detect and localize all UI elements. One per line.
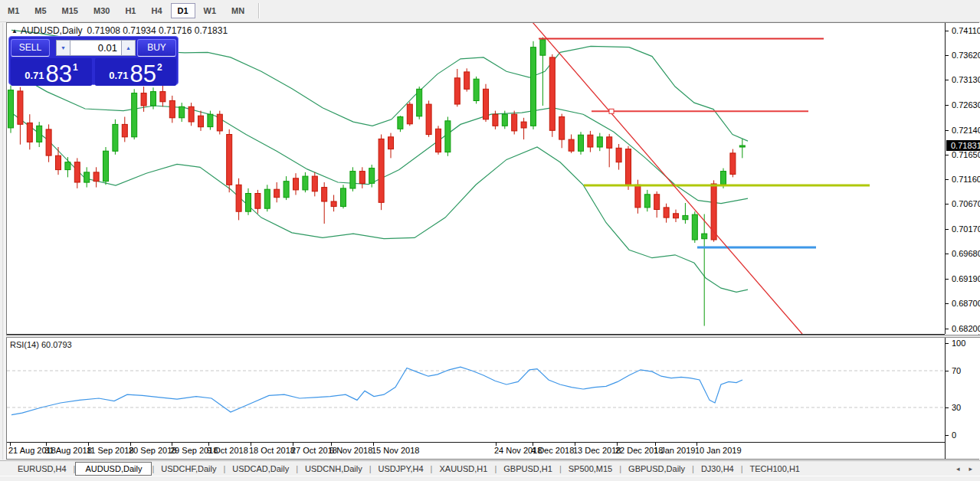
sell-price-base: 0.71 bbox=[25, 70, 44, 81]
chart-tab-audusd-daily[interactable]: AUDUSD,Daily bbox=[75, 462, 152, 476]
status-strip bbox=[0, 476, 980, 481]
candle-body bbox=[331, 201, 336, 207]
date-axis-label: 13 Dec 2018 bbox=[573, 446, 621, 455]
date-axis-label: 10 Jan 2019 bbox=[695, 446, 742, 455]
chart-tab-usdjpy-h4[interactable]: USDJPY,H4 bbox=[372, 463, 431, 475]
descending-trendline-object[interactable] bbox=[533, 23, 802, 334]
candle-body bbox=[236, 185, 241, 211]
chart-tab-eurusd-h4[interactable]: EURUSD,H4 bbox=[11, 463, 74, 475]
trade-panel-controls-row: SELL ▼ 0.01 ▲ BUY bbox=[11, 38, 176, 57]
timeframe-button-m30[interactable]: M30 bbox=[87, 3, 116, 18]
candle-body bbox=[151, 92, 156, 106]
candle-body bbox=[18, 91, 23, 124]
candle-body bbox=[464, 72, 470, 89]
buy-price-display[interactable]: 0.71 85 2 bbox=[95, 58, 176, 86]
chart-tab-bar: EURUSD,H4|AUDUSD,Daily|USDCHF,Daily|USDC… bbox=[0, 460, 980, 476]
current-price-tag: 0.71831 bbox=[946, 140, 980, 151]
candle-body bbox=[141, 93, 146, 106]
chart-title: ▲AUDUSD,Daily0.71908 0.71934 0.71716 0.7… bbox=[11, 25, 228, 36]
candle-body bbox=[607, 137, 612, 149]
collapse-icon[interactable]: ▲ bbox=[11, 28, 18, 34]
candle-body bbox=[312, 176, 317, 191]
date-axis-label: 31 Aug 2018 bbox=[44, 446, 92, 455]
sell-price-big: 83 bbox=[46, 64, 72, 84]
price-axis-label: 0.74110 bbox=[952, 26, 980, 35]
timeframe-button-h1[interactable]: H1 bbox=[118, 3, 143, 18]
candle-body bbox=[683, 215, 688, 219]
price-axis-label: 0.72140 bbox=[952, 126, 980, 135]
candle-body bbox=[674, 214, 679, 218]
candle-body bbox=[284, 182, 289, 198]
price-axis-tick bbox=[946, 31, 949, 31]
rsi-canvas[interactable] bbox=[7, 338, 945, 442]
sell-price-display[interactable]: 0.71 83 1 bbox=[11, 58, 92, 86]
rsi-axis-tick bbox=[946, 371, 949, 371]
price-axis[interactable]: 0.741100.736200.731300.726300.721400.716… bbox=[945, 23, 980, 334]
buy-price-pip: 2 bbox=[157, 62, 162, 73]
candle-body bbox=[644, 195, 650, 208]
candle-body bbox=[217, 114, 222, 131]
candle-body bbox=[359, 172, 365, 184]
chart-tab-list: EURUSD,H4|AUDUSD,Daily|USDCHF,Daily|USDC… bbox=[11, 462, 807, 476]
rsi-axis[interactable]: 10070300 bbox=[945, 338, 980, 443]
rsi-axis-label: 100 bbox=[952, 339, 965, 348]
buy-button[interactable]: BUY bbox=[137, 39, 176, 57]
date-axis[interactable]: 21 Aug 201831 Aug 201811 Sep 201820 Sep … bbox=[7, 443, 945, 459]
candle-body bbox=[521, 122, 526, 128]
candle-body bbox=[454, 78, 460, 104]
candle-body bbox=[93, 172, 99, 182]
candle-body bbox=[692, 214, 697, 240]
candle-body bbox=[654, 195, 660, 210]
chart-tab-usdcnh-daily[interactable]: USDCNH,Daily bbox=[298, 463, 369, 475]
rsi-indicator-panel[interactable]: RSI(14) 60.0793 bbox=[7, 338, 945, 443]
candle-body bbox=[398, 117, 403, 129]
candle-body bbox=[549, 57, 555, 130]
candle-body bbox=[84, 172, 90, 182]
chart-tab-xauusd-h1[interactable]: XAUUSD,H1 bbox=[432, 463, 494, 475]
chart-tab-tech100-h1[interactable]: TECH100,H1 bbox=[743, 463, 807, 475]
candle-body bbox=[198, 116, 204, 127]
price-chart-area[interactable]: ▲AUDUSD,Daily0.71908 0.71934 0.71716 0.7… bbox=[7, 23, 945, 335]
candle-body bbox=[483, 89, 489, 119]
chart-tab-usdchf-daily[interactable]: USDCHF,Daily bbox=[154, 463, 223, 475]
candle-body bbox=[578, 135, 584, 151]
candle-body bbox=[721, 172, 726, 185]
volume-increase-icon[interactable]: ▲ bbox=[122, 40, 136, 56]
timeframe-button-m1[interactable]: M1 bbox=[1, 3, 26, 18]
candle-body bbox=[540, 40, 546, 55]
timeframe-button-mn[interactable]: MN bbox=[225, 3, 251, 18]
chart-tab-gbpusd-h1[interactable]: GBPUSD,H1 bbox=[497, 463, 559, 475]
timeframe-button-w1[interactable]: W1 bbox=[197, 3, 224, 18]
tab-scroll-right-icon[interactable]: ▸ bbox=[969, 465, 972, 473]
chart-tab-gbpusd-daily[interactable]: GBPUSD,Daily bbox=[621, 463, 692, 475]
date-axis-label: 4 Dec 2018 bbox=[531, 446, 574, 455]
price-axis-label: 0.68200 bbox=[952, 324, 980, 333]
candle-body bbox=[502, 114, 507, 126]
tab-scroll-left-icon[interactable]: ◂ bbox=[956, 465, 960, 473]
buy-price-big: 85 bbox=[130, 64, 156, 84]
trade-panel-prices-row: 0.71 83 1 0.71 85 2 bbox=[11, 58, 176, 86]
timeframe-button-d1[interactable]: D1 bbox=[171, 3, 195, 18]
date-axis-label: 15 Nov 2018 bbox=[372, 446, 419, 455]
volume-input[interactable]: 0.01 bbox=[70, 40, 122, 56]
chart-tab-sp500-m15[interactable]: SP500,M15 bbox=[562, 463, 619, 475]
candle-body bbox=[388, 137, 394, 149]
timeframe-button-m15[interactable]: M15 bbox=[55, 3, 85, 18]
candle-body bbox=[531, 47, 536, 126]
trendline-handle[interactable] bbox=[609, 109, 614, 113]
chart-tab-dj30-h4[interactable]: DJ30,H4 bbox=[694, 463, 741, 475]
chart-tab-usdcad-daily[interactable]: USDCAD,Daily bbox=[225, 463, 296, 475]
timeframe-button-h4[interactable]: H4 bbox=[144, 3, 169, 18]
rsi-axis-tick bbox=[946, 435, 949, 436]
candle-body bbox=[37, 126, 42, 142]
price-axis-tick bbox=[946, 105, 949, 106]
price-axis-label: 0.68700 bbox=[952, 299, 980, 308]
date-axis-label: 1 Jan 2019 bbox=[654, 446, 695, 455]
candle-body bbox=[569, 139, 574, 151]
candle-body bbox=[379, 139, 384, 202]
timeframe-button-m5[interactable]: M5 bbox=[28, 3, 53, 18]
sell-button[interactable]: SELL bbox=[11, 39, 50, 57]
candle-body bbox=[493, 114, 498, 126]
volume-decrease-icon[interactable]: ▼ bbox=[56, 40, 70, 56]
candle-body bbox=[730, 153, 736, 175]
